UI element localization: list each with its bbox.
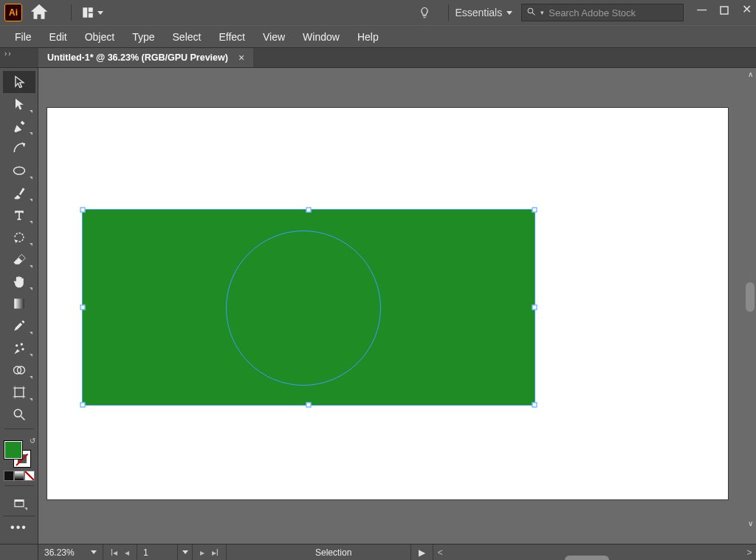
eraser-tool[interactable]: [3, 248, 35, 270]
selection-tool-icon: [12, 75, 27, 89]
svg-rect-1: [89, 7, 93, 12]
resize-handle-w[interactable]: [80, 305, 86, 310]
svg-point-8: [16, 344, 18, 346]
menu-select[interactable]: Select: [165, 28, 209, 46]
separator: [71, 4, 72, 21]
artboard-prev-button[interactable]: ◂: [125, 547, 129, 558]
hscroll-left-button[interactable]: <: [433, 547, 447, 558]
resize-handle-sw[interactable]: [80, 403, 86, 408]
chevron-down-icon: [182, 550, 188, 554]
resize-handle-se[interactable]: [532, 403, 537, 408]
resize-handle-ne[interactable]: [532, 208, 537, 213]
scroll-down-button[interactable]: ∨: [744, 517, 756, 529]
status-bar: 36.23% I◂ ◂ 1 ▸ ▸I Selection ▶ < >: [0, 544, 756, 560]
zoom-value: 36.23%: [44, 547, 75, 558]
resize-handle-n[interactable]: [306, 208, 312, 213]
hscroll-right-button[interactable]: >: [743, 547, 756, 558]
eyedropper-tool-icon: [12, 318, 27, 333]
artboard-tool[interactable]: [3, 381, 35, 403]
home-button[interactable]: [28, 4, 50, 21]
menu-effect[interactable]: Effect: [211, 28, 252, 46]
menu-help[interactable]: Help: [350, 28, 386, 46]
artboard[interactable]: [47, 108, 728, 499]
svg-rect-7: [14, 298, 24, 308]
selection-tool[interactable]: [3, 71, 35, 93]
toolbar-expand-handle[interactable]: ››: [0, 48, 38, 67]
vertical-scrollbar[interactable]: ∧ ∨: [744, 68, 756, 529]
menu-edit[interactable]: Edit: [42, 28, 75, 46]
menu-view[interactable]: View: [255, 28, 292, 46]
svg-rect-0: [83, 7, 87, 18]
svg-rect-5: [721, 7, 728, 14]
menu-type[interactable]: Type: [125, 28, 162, 46]
zoom-tool[interactable]: [3, 403, 35, 426]
artboard-tool-icon: [12, 385, 27, 400]
color-mode-gradient[interactable]: [14, 471, 24, 481]
home-icon: [28, 1, 50, 24]
artboard-number-dropdown[interactable]: [178, 544, 193, 560]
chevron-down-icon: [91, 550, 97, 554]
paintbrush-tool[interactable]: [3, 182, 35, 204]
resize-handle-s[interactable]: [306, 403, 312, 408]
separator: [448, 4, 449, 21]
tab-close-button[interactable]: ×: [238, 52, 244, 64]
close-button[interactable]: ✕: [742, 6, 752, 13]
vertical-scroll-thumb[interactable]: [746, 282, 755, 312]
horizontal-scroll-thumb[interactable]: [565, 556, 609, 561]
ellipse-tool[interactable]: [3, 160, 35, 182]
fill-stroke-swatch[interactable]: ↺: [3, 437, 35, 469]
workspace-label: Essentials: [455, 7, 502, 18]
svg-rect-17: [15, 500, 24, 502]
menu-file[interactable]: File: [7, 28, 39, 46]
maximize-button[interactable]: [720, 6, 729, 15]
edit-toolbar-button[interactable]: •••: [3, 516, 35, 538]
selection-bounding-box[interactable]: [82, 209, 535, 406]
app-window: Ai Essentials ▾ Search Adobe Stock ─: [0, 0, 756, 560]
resize-handle-e[interactable]: [532, 305, 537, 310]
search-adobe-stock-field[interactable]: ▾ Search Adobe Stock: [521, 4, 684, 21]
arrange-documents-button[interactable]: [78, 4, 107, 21]
type-tool[interactable]: [3, 204, 35, 226]
paintbrush-tool-icon: [12, 185, 27, 200]
type-tool-icon: [12, 208, 27, 222]
direct-selection-tool[interactable]: [3, 93, 35, 115]
gradient-tool-icon: [12, 296, 27, 311]
pen-tool[interactable]: [3, 115, 35, 137]
screen-mode-button[interactable]: [8, 495, 30, 513]
svg-point-6: [13, 167, 24, 174]
menu-window[interactable]: Window: [295, 28, 347, 46]
color-mode-solid[interactable]: [4, 471, 14, 481]
zoom-level-field[interactable]: 36.23%: [38, 544, 103, 560]
fill-swatch[interactable]: [4, 441, 22, 459]
svg-line-15: [21, 417, 24, 420]
zoom-tool-icon: [12, 407, 27, 422]
separator: [4, 428, 34, 429]
document-tab-title: Untitled-1* @ 36.23% (RGB/GPU Preview): [47, 52, 228, 63]
workspace-switcher[interactable]: Essentials: [455, 7, 512, 18]
artboard-last-button[interactable]: ▸I: [212, 547, 219, 558]
app-title-bar: Ai Essentials ▾ Search Adobe Stock ─: [0, 0, 756, 25]
document-tab[interactable]: Untitled-1* @ 36.23% (RGB/GPU Preview) ×: [38, 48, 253, 67]
gradient-tool[interactable]: [3, 293, 35, 315]
blend-tool[interactable]: [3, 337, 35, 359]
eyedropper-tool[interactable]: [3, 315, 35, 337]
artboard-number-field[interactable]: 1: [137, 544, 178, 560]
minimize-button[interactable]: ─: [697, 6, 707, 13]
shapebuilder-tool[interactable]: [3, 359, 35, 381]
color-mode-none[interactable]: [24, 471, 35, 481]
resize-handle-nw[interactable]: [80, 208, 86, 213]
curvature-tool-icon: [12, 141, 27, 156]
artboard-first-button[interactable]: I◂: [111, 547, 117, 558]
document-tab-strip: ›› Untitled-1* @ 36.23% (RGB/GPU Preview…: [0, 47, 756, 68]
curvature-tool[interactable]: [3, 137, 35, 160]
rotate-tool[interactable]: [3, 226, 35, 248]
menu-object[interactable]: Object: [78, 28, 122, 46]
shapebuilder-tool-icon: [12, 363, 27, 378]
discover-hints-button[interactable]: [416, 4, 433, 21]
canvas-viewport[interactable]: ∧ ∨: [38, 68, 756, 544]
artboard-next-button[interactable]: ▸: [200, 547, 205, 558]
scroll-up-button[interactable]: ∧: [744, 68, 756, 80]
swap-fill-stroke-icon[interactable]: ↺: [30, 437, 35, 445]
status-play-button[interactable]: ▶: [411, 544, 433, 560]
freetransform-tool[interactable]: [3, 270, 35, 293]
